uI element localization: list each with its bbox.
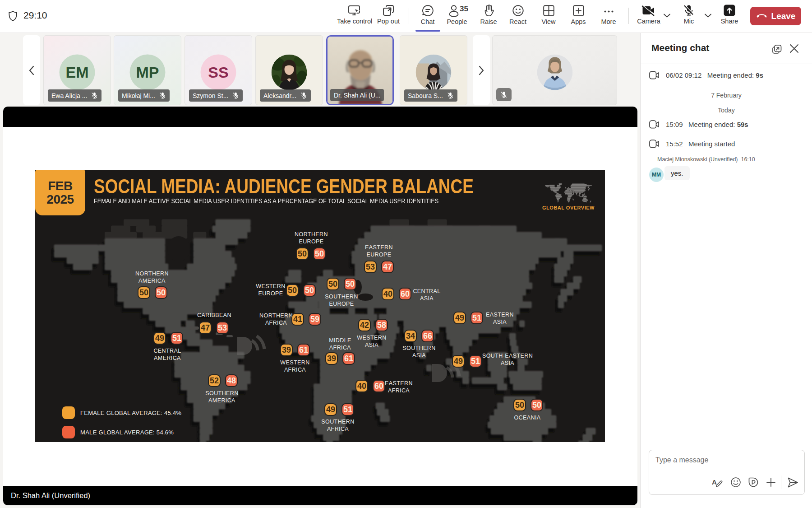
svg-text:A: A [712, 478, 717, 486]
svg-text:35: 35 [460, 5, 468, 13]
svg-text:GLOBAL OVERVIEW: GLOBAL OVERVIEW [542, 205, 595, 210]
